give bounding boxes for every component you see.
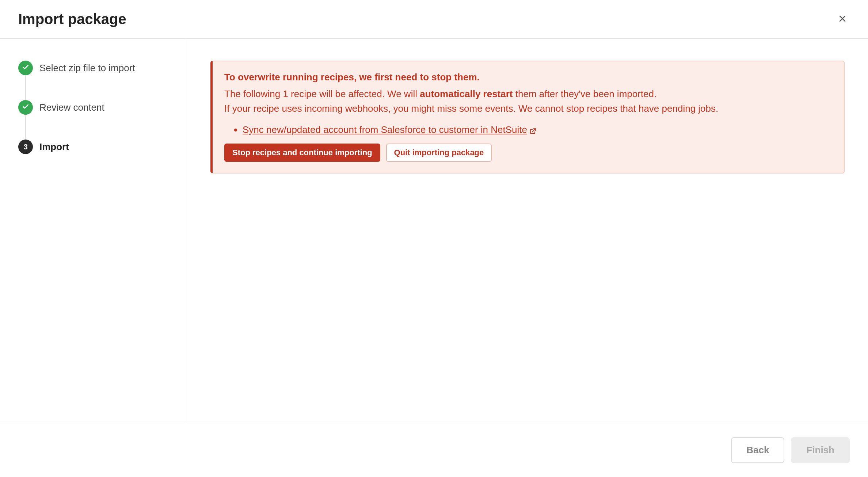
step-connector — [25, 115, 26, 140]
list-item: Sync new/updated account from Salesforce… — [243, 124, 832, 136]
back-button[interactable]: Back — [731, 437, 784, 463]
close-button[interactable] — [835, 12, 850, 27]
stop-and-continue-button[interactable]: Stop recipes and continue importing — [224, 144, 380, 162]
page-title: Import package — [18, 11, 126, 27]
step-label: Select zip file to import — [39, 62, 135, 74]
modal-body: Select zip file to import Review content… — [0, 39, 868, 423]
step-current-indicator: 3 — [18, 140, 33, 154]
alert-text: them after they've been imported. — [513, 88, 657, 99]
step-label: Import — [39, 141, 69, 153]
alert-title: To overwrite running recipes, we first n… — [224, 72, 832, 83]
finish-button[interactable]: Finish — [791, 437, 850, 463]
quit-import-button[interactable]: Quit importing package — [386, 144, 492, 162]
alert-body: The following 1 recipe will be affected.… — [224, 87, 832, 116]
affected-recipes-list: Sync new/updated account from Salesforce… — [224, 124, 832, 136]
step-done-indicator — [18, 100, 33, 115]
warning-alert: To overwrite running recipes, we first n… — [210, 61, 845, 173]
recipe-link-text: Sync new/updated account from Salesforce… — [243, 124, 527, 136]
step-select-file: Select zip file to import — [18, 61, 168, 75]
alert-text-bold: automatically restart — [420, 88, 513, 99]
checkmark-icon — [22, 64, 29, 72]
close-icon — [838, 14, 847, 24]
step-review-content: Review content — [18, 100, 168, 115]
checkmark-icon — [22, 103, 29, 112]
step-label: Review content — [39, 102, 104, 113]
alert-text: If your recipe uses incoming webhooks, y… — [224, 103, 718, 114]
modal-footer: Back Finish — [0, 423, 868, 477]
external-link-icon — [529, 126, 537, 133]
main-content: To overwrite running recipes, we first n… — [187, 39, 868, 423]
step-connector — [25, 75, 26, 100]
steps-sidebar: Select zip file to import Review content… — [0, 39, 187, 423]
recipe-link[interactable]: Sync new/updated account from Salesforce… — [243, 124, 537, 136]
step-number: 3 — [23, 143, 27, 151]
modal-header: Import package — [0, 0, 868, 39]
step-done-indicator — [18, 61, 33, 75]
alert-actions: Stop recipes and continue importing Quit… — [224, 144, 832, 162]
step-import: 3 Import — [18, 140, 168, 154]
alert-text: The following 1 recipe will be affected.… — [224, 88, 420, 99]
